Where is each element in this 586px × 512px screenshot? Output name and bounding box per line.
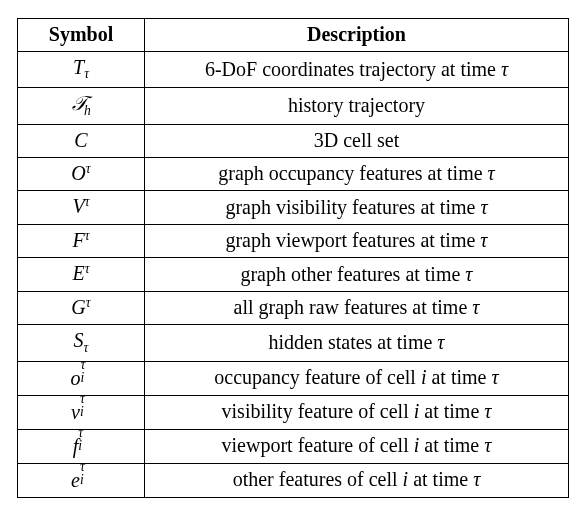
desc-text: 3D cell set: [314, 129, 400, 151]
symbol-base: G: [71, 296, 85, 318]
symbol-base: e: [71, 469, 80, 491]
symbol-sup: τ: [86, 295, 91, 310]
symbol-base: V: [72, 196, 84, 218]
description-cell: history trajectory: [145, 88, 569, 124]
symbol-cell: Tτ: [18, 52, 145, 88]
table-row: Tτ6-DoF coordinates trajectory at time τ: [18, 52, 569, 88]
symbol-scripts: τi: [80, 467, 91, 487]
symbol-scripts: τi: [78, 433, 89, 453]
symbol-sub: i: [78, 438, 82, 455]
symbol-cell: Oτ: [18, 157, 145, 190]
desc-text: graph visibility features at time: [225, 196, 480, 218]
desc-text: at time: [408, 468, 473, 490]
symbol-sup: τ: [85, 194, 90, 209]
desc-text: 6-DoF coordinates trajectory at time: [205, 58, 501, 80]
desc-text: at time: [426, 366, 491, 388]
description-cell: 6-DoF coordinates trajectory at time τ: [145, 52, 569, 88]
description-cell: other features of cell i at time τ: [145, 463, 569, 497]
table-row: eτiother features of cell i at time τ: [18, 463, 569, 497]
symbol-scripts: τi: [81, 365, 92, 385]
description-cell: graph viewport features at time τ: [145, 224, 569, 257]
desc-var-tau: τ: [491, 366, 498, 388]
symbol-cell: oτi: [18, 361, 145, 395]
desc-text: hidden states at time: [268, 331, 437, 353]
header-symbol: Symbol: [18, 19, 145, 52]
desc-text: history trajectory: [288, 94, 425, 116]
description-cell: all graph raw features at time τ: [145, 291, 569, 324]
desc-var-tau: τ: [488, 162, 495, 184]
symbol-sup: τ: [85, 228, 90, 243]
table-row: Fτgraph viewport features at time τ: [18, 224, 569, 257]
symbol-base: O: [71, 162, 85, 184]
desc-var-tau: τ: [472, 296, 479, 318]
desc-text: occupancy feature of cell: [214, 366, 421, 388]
description-cell: hidden states at time τ: [145, 325, 569, 361]
symbol-sub: τ: [84, 340, 89, 355]
header-row: Symbol Description: [18, 19, 569, 52]
description-cell: visibility feature of cell i at time τ: [145, 395, 569, 429]
desc-var-tau: τ: [480, 229, 487, 251]
table-row: C3D cell set: [18, 124, 569, 157]
description-cell: 3D cell set: [145, 124, 569, 157]
symbol-cell: Eτ: [18, 258, 145, 291]
desc-text: visibility feature of cell: [222, 400, 414, 422]
description-cell: occupancy feature of cell i at time τ: [145, 361, 569, 395]
symbol-cell: 𝒯h: [18, 88, 145, 124]
symbol-cell: vτi: [18, 395, 145, 429]
notation-table: Symbol Description Tτ6-DoF coordinates t…: [17, 18, 569, 498]
symbol-base: E: [72, 263, 84, 285]
table-row: vτivisibility feature of cell i at time …: [18, 395, 569, 429]
symbol-base: T: [73, 56, 84, 78]
table-row: oτioccupancy feature of cell i at time τ: [18, 361, 569, 395]
desc-text: other features of cell: [233, 468, 403, 490]
desc-var-tau: τ: [465, 263, 472, 285]
desc-var-tau: τ: [473, 468, 480, 490]
desc-text: graph other features at time: [240, 263, 465, 285]
description-cell: graph occupancy features at time τ: [145, 157, 569, 190]
symbol-sub: τ: [84, 66, 89, 81]
symbol-cell: Vτ: [18, 191, 145, 224]
desc-text: at time: [419, 434, 484, 456]
desc-var-tau: τ: [484, 434, 491, 456]
header-description: Description: [145, 19, 569, 52]
symbol-base: C: [74, 129, 87, 151]
description-cell: graph visibility features at time τ: [145, 191, 569, 224]
symbol-base: 𝒯: [71, 92, 84, 114]
symbol-cell: Gτ: [18, 291, 145, 324]
symbol-cell: Sτ: [18, 325, 145, 361]
table-row: fτiviewport feature of cell i at time τ: [18, 429, 569, 463]
symbol-cell: eτi: [18, 463, 145, 497]
table-row: Gτall graph raw features at time τ: [18, 291, 569, 324]
desc-text: at time: [419, 400, 484, 422]
desc-var-tau: τ: [484, 400, 491, 422]
table-row: Sτhidden states at time τ: [18, 325, 569, 361]
desc-var-tau: τ: [501, 58, 508, 80]
symbol-cell: C: [18, 124, 145, 157]
symbol-sup: τ: [85, 261, 90, 276]
symbol-base: v: [71, 401, 80, 423]
symbol-scripts: τi: [80, 399, 91, 419]
desc-var-tau: τ: [437, 331, 444, 353]
symbol-sub: i: [80, 472, 84, 489]
symbol-base: o: [71, 367, 81, 389]
table-body: Tτ6-DoF coordinates trajectory at time τ…: [18, 52, 569, 498]
symbol-base: S: [74, 329, 84, 351]
symbol-sub: i: [81, 370, 85, 387]
symbol-sub: i: [80, 404, 84, 421]
description-cell: graph other features at time τ: [145, 258, 569, 291]
symbol-sub: h: [84, 103, 91, 118]
desc-text: all graph raw features at time: [234, 296, 473, 318]
symbol-cell: Fτ: [18, 224, 145, 257]
table-row: Eτgraph other features at time τ: [18, 258, 569, 291]
description-cell: viewport feature of cell i at time τ: [145, 429, 569, 463]
desc-text: graph occupancy features at time: [218, 162, 487, 184]
table-row: Oτgraph occupancy features at time τ: [18, 157, 569, 190]
desc-var-tau: τ: [480, 196, 487, 218]
symbol-base: F: [72, 229, 84, 251]
table-row: Vτgraph visibility features at time τ: [18, 191, 569, 224]
table-row: 𝒯hhistory trajectory: [18, 88, 569, 124]
desc-text: graph viewport features at time: [225, 229, 480, 251]
desc-text: viewport feature of cell: [222, 434, 414, 456]
symbol-cell: fτi: [18, 429, 145, 463]
symbol-sup: τ: [86, 161, 91, 176]
